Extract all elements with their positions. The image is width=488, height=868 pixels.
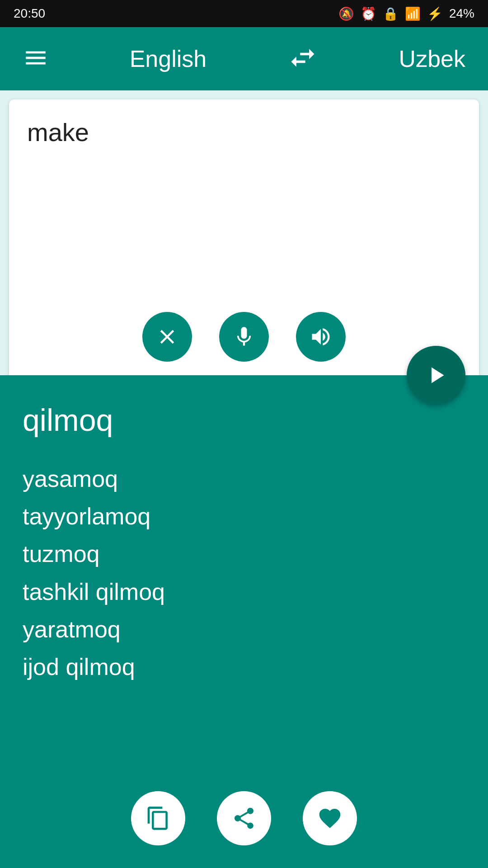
results-area: qilmoq yasamoq tayyorlamoq tuzmoq tashki… bbox=[0, 375, 488, 868]
input-area: make bbox=[9, 99, 479, 380]
source-language-label[interactable]: English bbox=[130, 45, 207, 72]
send-button[interactable] bbox=[407, 346, 465, 405]
primary-translation: qilmoq bbox=[23, 402, 465, 438]
share-button[interactable] bbox=[217, 791, 271, 845]
signal-icon: 📶 bbox=[405, 6, 421, 21]
clear-button[interactable] bbox=[142, 312, 192, 362]
mic-button[interactable] bbox=[219, 312, 269, 362]
time: 20:50 bbox=[14, 6, 45, 21]
lock-icon: 🔒 bbox=[383, 6, 399, 21]
translation-item-1: yasamoq bbox=[23, 460, 465, 498]
translation-item-6: ijod qilmoq bbox=[23, 648, 465, 686]
speaker-button[interactable] bbox=[296, 312, 346, 362]
top-bar: English Uzbek bbox=[0, 27, 488, 90]
translation-item-3: tuzmoq bbox=[23, 535, 465, 573]
swap-language-button[interactable] bbox=[287, 42, 318, 75]
target-language-label[interactable]: Uzbek bbox=[399, 45, 465, 72]
status-icons: 🔕 ⏰ 🔒 📶 ⚡ 24% bbox=[338, 6, 474, 21]
notification-icon: 🔕 bbox=[338, 6, 354, 21]
battery-icon: ⚡ bbox=[427, 6, 443, 21]
copy-button[interactable] bbox=[131, 791, 185, 845]
secondary-translations: yasamoq tayyorlamoq tuzmoq tashkil qilmo… bbox=[23, 460, 465, 686]
translation-item-4: tashkil qilmoq bbox=[23, 573, 465, 611]
status-bar: 20:50 🔕 ⏰ 🔒 📶 ⚡ 24% bbox=[0, 0, 488, 27]
input-controls bbox=[27, 298, 461, 366]
menu-button[interactable] bbox=[23, 45, 49, 73]
source-text-input[interactable]: make bbox=[27, 118, 461, 298]
translation-item-5: yaratmoq bbox=[23, 611, 465, 648]
translation-item-2: tayyorlamoq bbox=[23, 498, 465, 535]
bottom-controls bbox=[0, 791, 488, 845]
battery-percent: 24% bbox=[449, 6, 474, 21]
favorite-button[interactable] bbox=[303, 791, 357, 845]
alarm-icon: ⏰ bbox=[361, 6, 376, 21]
